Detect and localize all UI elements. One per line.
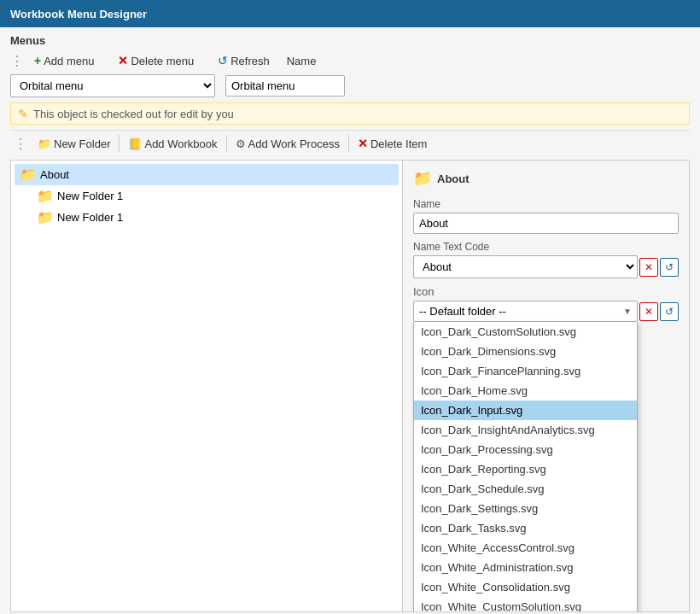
name-field-label: Name bbox=[413, 198, 679, 210]
add-icon: + bbox=[34, 54, 41, 67]
right-panel: 📁 About Name Name Text Code About ✕ ↺ Ic… bbox=[403, 160, 690, 612]
name-text-code-select[interactable]: About bbox=[413, 255, 638, 278]
add-menu-label: Add menu bbox=[44, 55, 94, 67]
delete-menu-label: Delete menu bbox=[131, 55, 194, 67]
delete-menu-button[interactable]: ✕ Delete menu bbox=[114, 52, 197, 69]
right-panel-title: 📁 About bbox=[413, 169, 679, 188]
checkout-icon: ✎ bbox=[18, 107, 28, 120]
drag-handle-icon: ⋮ bbox=[10, 53, 24, 69]
separator3 bbox=[119, 135, 120, 152]
new-folder-label: New Folder bbox=[54, 137, 110, 150]
add-work-process-label: Add Work Process bbox=[248, 137, 340, 150]
dropdown-item-5[interactable]: Icon_Dark_InsightAndAnalytics.svg bbox=[414, 420, 637, 440]
add-workbook-button[interactable]: 📒 Add Workbook bbox=[123, 135, 222, 153]
icon-dropdown-header[interactable]: -- Default folder -- ▼ bbox=[413, 301, 638, 322]
new-folder-icon: 📁 bbox=[38, 137, 51, 150]
title-bar: Workbook Menu Designer bbox=[0, 0, 700, 27]
tree-panel[interactable]: 📁 About 📁 New Folder 1 📁 New Folder 1 bbox=[10, 160, 403, 612]
name-text-code-label: Name Text Code bbox=[413, 241, 679, 253]
icon-dropdown-value: -- Default folder -- bbox=[419, 305, 506, 318]
delete-item-icon: ✕ bbox=[358, 137, 368, 150]
menu-select[interactable]: Orbital menu bbox=[10, 74, 215, 97]
icon-clear-btn[interactable]: ✕ bbox=[639, 302, 658, 321]
name-text-code-row: About ✕ ↺ bbox=[413, 255, 679, 278]
dropdown-item-10[interactable]: Icon_Dark_Tasks.svg bbox=[414, 518, 637, 538]
dropdown-item-7[interactable]: Icon_Dark_Reporting.svg bbox=[414, 459, 637, 479]
dropdown-item-8[interactable]: Icon_Dark_Schedule.svg bbox=[414, 479, 637, 499]
tree-item-label: About bbox=[40, 168, 69, 181]
refresh-label: Refresh bbox=[230, 55, 270, 67]
icon-dropdown-list[interactable]: Icon_Dark_CustomSolution.svgIcon_Dark_Di… bbox=[413, 322, 638, 612]
menus-row: Orbital menu bbox=[10, 74, 690, 97]
refresh-button[interactable]: ↺ Refresh bbox=[214, 52, 273, 69]
dropdown-item-11[interactable]: Icon_White_AccessControl.svg bbox=[414, 538, 637, 558]
add-workbook-label: Add Workbook bbox=[144, 137, 217, 150]
menus-label: Menus bbox=[10, 34, 690, 47]
icon-dropdown-container: -- Default folder -- ▼ Icon_Dark_CustomS… bbox=[413, 301, 638, 322]
name-text-code-refresh-btn[interactable]: ↺ bbox=[660, 258, 679, 277]
dropdown-item-2[interactable]: Icon_Dark_FinancePlanning.svg bbox=[414, 361, 637, 381]
delete-item-button[interactable]: ✕ Delete Item bbox=[353, 134, 432, 153]
name-label: Name bbox=[287, 55, 317, 67]
dropdown-item-13[interactable]: Icon_White_Consolidation.svg bbox=[414, 577, 637, 597]
toolbar-menus: ⋮ + Add menu ✕ Delete menu ↺ Refresh Nam… bbox=[10, 52, 690, 69]
tree-item-label2: New Folder 1 bbox=[57, 211, 123, 224]
add-work-process-icon: ⚙ bbox=[236, 137, 246, 150]
dropdown-item-4[interactable]: Icon_Dark_Input.svg bbox=[414, 401, 637, 420]
dropdown-item-9[interactable]: Icon_Dark_Settings.svg bbox=[414, 499, 637, 518]
add-menu-button[interactable]: + Add menu bbox=[31, 52, 97, 69]
right-panel-title-text: About bbox=[437, 173, 470, 185]
tree-item-newfolder2[interactable]: 📁 New Folder 1 bbox=[32, 207, 399, 228]
separator5 bbox=[348, 135, 349, 152]
tree-item-newfolder1[interactable]: 📁 New Folder 1 bbox=[32, 185, 399, 207]
app-title: Workbook Menu Designer bbox=[10, 8, 147, 20]
delete-item-label: Delete Item bbox=[370, 137, 427, 150]
folder-yellow-icon1: 📁 bbox=[37, 188, 54, 204]
delete-icon: ✕ bbox=[118, 54, 128, 67]
checkout-message: This object is checked out for edit by y… bbox=[33, 108, 234, 120]
drag-handle2-icon: ⋮ bbox=[10, 136, 31, 152]
menu-name-input[interactable] bbox=[225, 75, 345, 96]
dropdown-item-6[interactable]: Icon_Dark_Processing.svg bbox=[414, 440, 637, 459]
dropdown-item-3[interactable]: Icon_Dark_Home.svg bbox=[414, 381, 637, 401]
tree-item-about[interactable]: 📁 About bbox=[15, 164, 399, 185]
add-work-process-button[interactable]: ⚙ Add Work Process bbox=[230, 135, 345, 153]
folder-yellow-icon2: 📁 bbox=[37, 209, 54, 225]
add-workbook-icon: 📒 bbox=[128, 137, 142, 150]
icon-field-label: Icon bbox=[413, 285, 679, 298]
right-panel-folder-icon: 📁 bbox=[413, 169, 432, 188]
dropdown-item-14[interactable]: Icon_White_CustomSolution.svg bbox=[414, 597, 637, 612]
dropdown-arrow-icon: ▼ bbox=[623, 307, 632, 316]
name-text-code-clear-btn[interactable]: ✕ bbox=[639, 258, 658, 277]
dropdown-item-0[interactable]: Icon_Dark_CustomSolution.svg bbox=[414, 322, 637, 342]
main-container: Menus ⋮ + Add menu ✕ Delete menu ↺ Refre… bbox=[0, 27, 700, 614]
dropdown-item-1[interactable]: Icon_Dark_Dimensions.svg bbox=[414, 342, 637, 361]
icon-refresh-btn[interactable]: ↺ bbox=[660, 302, 679, 321]
tree-children: 📁 New Folder 1 📁 New Folder 1 bbox=[15, 185, 399, 228]
separator4 bbox=[226, 135, 227, 152]
name-field-input[interactable] bbox=[413, 213, 679, 234]
folder-blue-icon: 📁 bbox=[20, 167, 37, 183]
new-folder-button[interactable]: 📁 New Folder bbox=[32, 135, 115, 153]
tree-item-label1: New Folder 1 bbox=[57, 190, 123, 202]
toolbar2: ⋮ 📁 New Folder 📒 Add Workbook ⚙ Add Work… bbox=[10, 130, 690, 156]
refresh-icon: ↺ bbox=[218, 54, 228, 67]
content-area: 📁 About 📁 New Folder 1 📁 New Folder 1 📁 … bbox=[10, 160, 690, 612]
icon-row: -- Default folder -- ▼ Icon_Dark_CustomS… bbox=[413, 301, 679, 322]
checkout-bar: ✎ This object is checked out for edit by… bbox=[10, 102, 690, 125]
dropdown-item-12[interactable]: Icon_White_Administration.svg bbox=[414, 558, 637, 577]
